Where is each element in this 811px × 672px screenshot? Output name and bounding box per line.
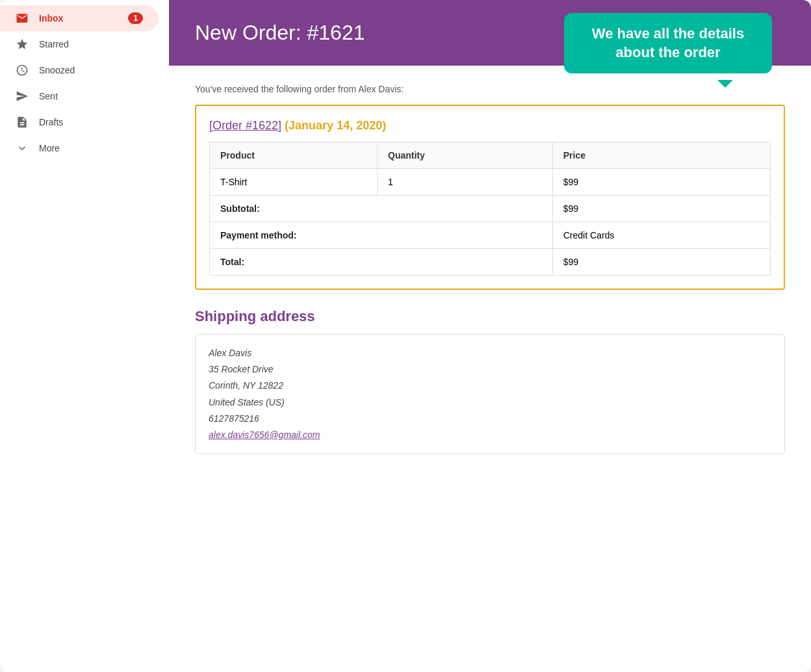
svg-rect-0 [17, 18, 19, 23]
order-title: [Order #1622] (January 14, 2020) [209, 119, 771, 133]
sidebar-item-inbox[interactable]: Inbox 1 [0, 5, 159, 31]
sidebar-item-snoozed[interactable]: Snoozed [0, 57, 159, 83]
address-name: Alex Davis [209, 345, 771, 361]
order-link[interactable]: [Order #1622] [209, 119, 281, 132]
order-box: [Order #1622] (January 14, 2020) Product… [195, 105, 785, 290]
shipping-title: Shipping address [195, 308, 785, 325]
sidebar-item-drafts[interactable]: Drafts [0, 109, 159, 135]
sidebar-item-label: Sent [39, 91, 58, 101]
address-street: 35 Rocket Drive [209, 361, 771, 378]
order-table: Product Quantity Price T-Shirt 1 $99 Sub… [209, 142, 771, 276]
email-body: You've received the following order from… [169, 66, 811, 472]
col-product: Product [210, 142, 378, 169]
payment-row: Payment method: Credit Cards [210, 222, 771, 249]
product-name: T-Shirt [210, 169, 378, 196]
col-quantity: Quantity [378, 142, 553, 169]
sidebar-item-label: More [39, 143, 60, 153]
table-header-row: Product Quantity Price [210, 142, 771, 169]
total-label: Total: [210, 249, 553, 276]
sidebar-item-starred[interactable]: Starred [0, 31, 159, 57]
address-country: United States (US) [209, 394, 771, 411]
email-panel: New Order: #1621 We have all the details… [169, 0, 811, 672]
shipping-section: Shipping address Alex Davis 35 Rocket Dr… [195, 308, 785, 454]
address-box: Alex Davis 35 Rocket Drive Corinth, NY 1… [195, 334, 785, 454]
sidebar-item-sent[interactable]: Sent [0, 83, 159, 109]
tooltip-text: We have all the details about the order [592, 25, 744, 60]
total-row: Total: $99 [210, 249, 771, 276]
subtotal-value: $99 [552, 196, 770, 222]
sidebar-item-label: Starred [39, 39, 69, 49]
tooltip-bubble: We have all the details about the order [564, 13, 772, 73]
send-icon [16, 90, 29, 103]
sidebar-item-label: Inbox [39, 13, 63, 23]
table-row: T-Shirt 1 $99 [210, 169, 771, 196]
sidebar-item-label: Drafts [39, 117, 63, 127]
col-price: Price [552, 142, 770, 169]
subtotal-label: Subtotal: [210, 196, 553, 222]
sidebar: Inbox 1 Starred Snoozed Sent Drafts More [0, 0, 169, 672]
product-price: $99 [552, 169, 770, 196]
payment-value: Credit Cards [552, 222, 770, 249]
inbox-badge: 1 [128, 12, 143, 24]
inbox-icon [16, 12, 29, 25]
clock-icon [16, 64, 29, 77]
order-date: (January 14, 2020) [285, 119, 386, 132]
address-city: Corinth, NY 12822 [209, 378, 771, 394]
sidebar-item-label: Snoozed [39, 65, 75, 75]
sidebar-item-more[interactable]: More [0, 135, 159, 161]
email-header: New Order: #1621 We have all the details… [169, 0, 811, 66]
subtotal-row: Subtotal: $99 [210, 196, 771, 222]
chevron-down-icon [16, 142, 29, 155]
address-email[interactable]: alex.davis7656@gmail.com [209, 430, 320, 440]
from-line: You've received the following order from… [195, 84, 785, 94]
draft-icon [16, 116, 29, 129]
payment-label: Payment method: [210, 222, 553, 249]
star-icon [16, 38, 29, 51]
product-quantity: 1 [378, 169, 553, 196]
total-value: $99 [552, 249, 770, 276]
address-phone: 6127875216 [209, 411, 771, 427]
